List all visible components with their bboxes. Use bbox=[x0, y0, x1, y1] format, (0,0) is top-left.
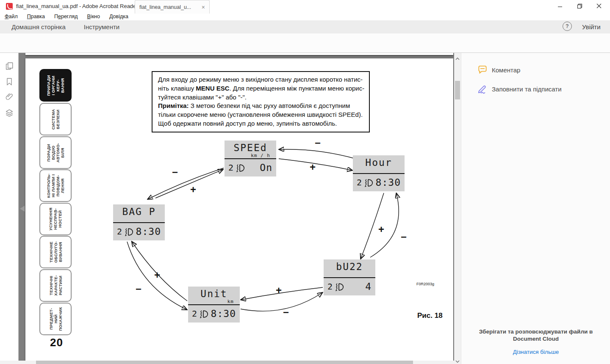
plus-label: + bbox=[190, 184, 196, 196]
chapter-tab-warning-lights: КОНТРОЛЬ- НІ ЛАМПИ І ПОВІДОМ- ЛЕННЯ bbox=[39, 169, 72, 202]
display-buzzer: bU22 24 bbox=[324, 259, 375, 295]
chapter-tab-maintenance: ТЕХНІЧНЕ ОБСЛУГО- ВУВАННЯ bbox=[39, 236, 72, 268]
menu-window[interactable]: Вікно bbox=[83, 14, 105, 19]
menu-file[interactable]: Файл bbox=[0, 14, 22, 19]
plus-label: + bbox=[378, 223, 384, 235]
plus-label: + bbox=[276, 284, 282, 296]
page-thumbnails-icon[interactable] bbox=[5, 61, 14, 71]
plus-label: + bbox=[154, 269, 160, 281]
comment-icon bbox=[477, 64, 488, 75]
horizontal-scrollbar[interactable] bbox=[0, 361, 454, 364]
headlight-leveling-icon bbox=[234, 163, 246, 173]
minimize-button[interactable] bbox=[551, 0, 569, 12]
previous-page-arrow[interactable] bbox=[20, 206, 25, 212]
vertical-scroll-thumb[interactable] bbox=[455, 81, 460, 99]
menu-edit[interactable]: Правка bbox=[22, 14, 50, 19]
minus-label: − bbox=[283, 306, 289, 318]
note-line: Щоб одержати повний доступ до меню, зупи… bbox=[158, 119, 365, 128]
tool-fill-sign[interactable]: Заповнити та підписати bbox=[461, 82, 610, 96]
comment-label: Коментар bbox=[492, 66, 520, 74]
note-line: тільки скорочене меню (установлення обме… bbox=[158, 110, 365, 119]
document-tab-label: fiat_linea_manual_u... bbox=[139, 4, 199, 10]
scroll-up-icon[interactable] bbox=[455, 55, 460, 59]
tool-comment[interactable]: Коментар bbox=[461, 63, 610, 77]
attachments-icon[interactable] bbox=[5, 92, 14, 102]
sign-in-button[interactable]: Увійти bbox=[582, 23, 601, 30]
bookmarks-icon[interactable] bbox=[5, 77, 14, 86]
fill-sign-label: Заповнити та підписати bbox=[492, 85, 562, 93]
help-icon[interactable]: ? bbox=[563, 22, 572, 31]
menu-instructions-box: Для входу до режиму меню з вихідного ста… bbox=[152, 71, 370, 132]
chapter-tab-safety: СИСТЕМА БЕЗПЕКИ bbox=[39, 103, 72, 135]
document-cloud-promo: Зберігати та розповсюджувати файли в Doc… bbox=[468, 328, 604, 342]
headlight-leveling-icon bbox=[197, 309, 209, 319]
note-line: Примітка: З метою безпеки під час руху а… bbox=[158, 102, 365, 110]
fill-sign-icon bbox=[477, 83, 488, 94]
minus-label: − bbox=[315, 137, 321, 149]
restore-button[interactable] bbox=[570, 0, 589, 12]
minus-label: − bbox=[136, 283, 141, 295]
previous-page-edge bbox=[25, 53, 453, 55]
menu-help[interactable]: Довідка bbox=[105, 14, 133, 19]
tab-home[interactable]: Домашня сторінка bbox=[5, 20, 72, 33]
chapter-tab-index: ПРЕДМЕТ- НИЙ ПОКАЖЧИК bbox=[39, 303, 72, 335]
pdf-page: ПРИЛАДИ І ОРГАНИ КЕРУ- ВАННЯ СИСТЕМА БЕЗ… bbox=[25, 58, 453, 361]
chapter-tab-troubleshooting: УСУНЕННЯ НЕСПРАВ- НОСТЕЙ bbox=[39, 203, 72, 235]
chapter-tab-specifications: ТЕХНІЧНІ ХАРАКТЕ- РИСТИКИ bbox=[39, 269, 72, 302]
display-speed: SPEEdkm / h 2On bbox=[225, 141, 276, 176]
tools-panel: Коментар Заповнити та підписати Зберігат… bbox=[461, 53, 610, 364]
figure-caption: Рис. 18 bbox=[417, 312, 443, 320]
main-toolbar: / 235 111% bbox=[0, 33, 610, 53]
chapter-tab-controls: ПРИЛАДИ І ОРГАНИ КЕРУ- ВАННЯ bbox=[39, 69, 72, 102]
minus-label: − bbox=[172, 166, 178, 178]
tab-tools[interactable]: Інструменти bbox=[80, 20, 124, 33]
menu-bar: Файл Правка Перегляд Вікно Довідка bbox=[0, 13, 610, 20]
pdf-file-icon bbox=[6, 3, 13, 10]
layers-icon[interactable] bbox=[5, 108, 14, 118]
note-line: туйтеся клавішами "+" або "-". bbox=[158, 93, 365, 102]
scroll-down-icon[interactable] bbox=[455, 358, 460, 362]
figure-code: F0R2003g bbox=[416, 282, 434, 286]
plus-label: + bbox=[310, 161, 316, 173]
display-hour: Hour 28:30 bbox=[353, 155, 405, 191]
tab-document[interactable]: fiat_linea_manual_u... × bbox=[135, 0, 210, 14]
left-nav-strip bbox=[0, 53, 19, 364]
headlight-leveling-icon bbox=[362, 178, 374, 188]
minus-label: − bbox=[401, 231, 407, 243]
window-title: fiat_linea_manual_ua.pdf - Adobe Acrobat… bbox=[16, 3, 147, 9]
note-line: ніть клавішу MENU ESC. Для переміщення м… bbox=[158, 84, 365, 93]
acrobat-window: fiat_linea_manual_ua.pdf - Adobe Acrobat… bbox=[0, 0, 610, 364]
close-button[interactable] bbox=[590, 0, 608, 12]
note-line: Для входу до режиму меню з вихідного ста… bbox=[158, 75, 365, 84]
menu-view[interactable]: Перегляд bbox=[50, 14, 83, 19]
learn-more-link[interactable]: Дізнатися більше bbox=[468, 349, 604, 355]
document-viewport[interactable]: ПРИЛАДИ І ОРГАНИ КЕРУ- ВАННЯ СИСТЕМА БЕЗ… bbox=[19, 53, 454, 364]
close-tab-icon[interactable]: × bbox=[202, 4, 205, 11]
headlight-leveling-icon bbox=[333, 282, 345, 292]
page-folio-number: 20 bbox=[50, 336, 63, 349]
display-bag-p: BAG P 28:30 bbox=[113, 204, 165, 240]
display-unit: Unitkm 28:30 bbox=[188, 287, 240, 323]
tab-bar: Домашня сторінка Інструменти bbox=[0, 20, 610, 34]
horizontal-scroll-thumb[interactable] bbox=[36, 361, 413, 364]
vertical-scrollbar[interactable] bbox=[454, 53, 461, 364]
title-bar: fiat_linea_manual_ua.pdf - Adobe Acrobat… bbox=[0, 0, 610, 13]
chapter-tab-driving-tips: ПОРАДИ ВОДІЮ АВТОМО- БІЛЯ bbox=[39, 136, 72, 169]
headlight-leveling-icon bbox=[122, 227, 134, 237]
